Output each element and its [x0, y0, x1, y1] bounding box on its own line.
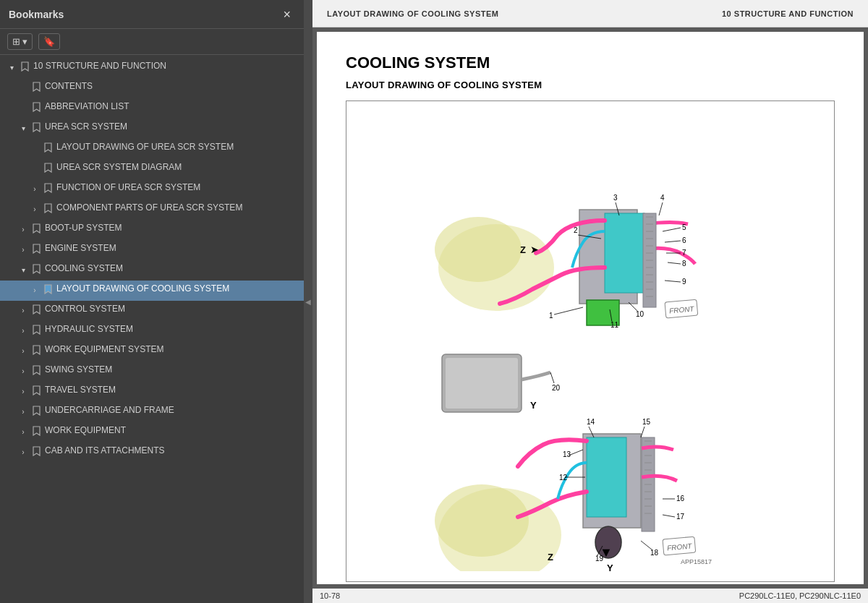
bookmark-label: BOOT-UP SYSTEM [45, 223, 299, 234]
bookmark-label: CONTROL SYSTEM [45, 304, 299, 315]
svg-text:4: 4 [660, 194, 665, 202]
svg-point-2 [435, 217, 522, 282]
bookmark-item-travel[interactable]: › TRAVEL SYSTEM [0, 382, 304, 402]
bookmark-icon [31, 426, 41, 437]
expand-icon[interactable] [29, 142, 41, 154]
svg-text:Z: Z [520, 244, 526, 255]
bookmark-icon [31, 244, 41, 255]
svg-text:2: 2 [574, 226, 578, 234]
bookmark-item-hydraulic[interactable]: › HYDRAULIC SYSTEM [0, 321, 304, 341]
expand-icon[interactable]: ▾ [17, 122, 29, 134]
model-number: PC290LC-11E0, PC290NLC-11E0 [739, 591, 861, 600]
bookmark-item-work-equip2[interactable]: › WORK EQUIPMENT [0, 422, 304, 442]
document-content[interactable]: COOLING SYSTEM LAYOUT DRAWING OF COOLING… [317, 32, 864, 584]
bookmark-item-contents[interactable]: CONTENTS [0, 78, 304, 98]
bookmark-icon [31, 365, 41, 377]
svg-rect-4 [605, 213, 644, 293]
bookmark-label: UREA SCR SYSTEM [45, 121, 299, 133]
expand-icon[interactable]: › [29, 284, 41, 296]
bookmark-item-engine[interactable]: › ENGINE SYSTEM [0, 240, 304, 260]
expand-icon[interactable] [17, 82, 29, 93]
cooling-system-diagram: Z ➤ FRONT 1 2 3 4 [354, 108, 827, 571]
svg-rect-46 [446, 358, 518, 409]
svg-text:14: 14 [587, 418, 595, 426]
svg-text:APP15817: APP15817 [681, 558, 712, 565]
bookmark-tree[interactable]: ▾ 10 STRUCTURE AND FUNCTION CONTENTS ABB… [0, 55, 304, 603]
expand-icon[interactable]: › [17, 426, 29, 437]
bookmark-item-cooling-layout[interactable]: › LAYOUT DRAWING OF COOLING SYSTEM [0, 281, 304, 301]
expand-icon[interactable]: › [17, 406, 29, 417]
svg-text:6: 6 [682, 236, 686, 244]
bookmark-item-root[interactable]: ▾ 10 STRUCTURE AND FUNCTION [0, 58, 304, 78]
bookmark-label: FUNCTION OF UREA SCR SYSTEM [56, 182, 299, 194]
expand-icon[interactable]: › [17, 304, 29, 316]
bookmark-icon [43, 142, 53, 154]
bookmark-item-urea-diagram[interactable]: UREA SCR SYSTEM DIAGRAM [0, 159, 304, 179]
bookmark-item-cab[interactable]: › CAB AND ITS ATTACHMENTS [0, 442, 304, 463]
bookmark-label: COMPONENT PARTS OF UREA SCR SYSTEM [56, 202, 299, 214]
bookmarks-panel: Bookmarks × ⊞ ▾ 🔖 ▾ 10 STRUCTURE AND FUN… [0, 0, 304, 603]
close-bookmarks-button[interactable]: × [278, 7, 295, 22]
expand-icon[interactable]: › [29, 203, 41, 215]
svg-text:5: 5 [682, 223, 686, 231]
expand-icon[interactable]: › [17, 365, 29, 377]
bookmark-item-urea-func[interactable]: › FUNCTION OF UREA SCR SYSTEM [0, 179, 304, 200]
bookmark-icon [31, 102, 41, 114]
svg-text:9: 9 [682, 278, 686, 286]
expand-icon[interactable]: › [17, 446, 29, 458]
bookmark-item-control[interactable]: › CONTROL SYSTEM [0, 301, 304, 321]
bookmark-icon [31, 406, 41, 417]
bookmarks-toolbar: ⊞ ▾ 🔖 [0, 29, 304, 55]
expand-icon[interactable]: › [17, 325, 29, 336]
expand-icon[interactable]: ▾ [17, 264, 29, 275]
expand-icon[interactable]: › [29, 183, 41, 194]
bookmark-icon [31, 304, 41, 316]
bookmark-icon [43, 203, 53, 215]
document-header-right: 10 STRUCTURE AND FUNCTION [722, 9, 854, 18]
grid-icon: ⊞ [12, 36, 20, 47]
expand-icon[interactable]: ▾ [6, 61, 17, 73]
svg-text:19: 19 [595, 555, 604, 563]
svg-text:8: 8 [682, 260, 686, 268]
bookmark-label: UREA SCR SYSTEM DIAGRAM [56, 162, 299, 174]
expand-icon[interactable] [17, 102, 29, 114]
bookmark-label: SWING SYSTEM [45, 364, 299, 376]
page-number: 10-78 [320, 591, 340, 600]
bookmark-item-work-equip[interactable]: › WORK EQUIPMENT SYSTEM [0, 341, 304, 362]
bookmark-item-abbrev[interactable]: ABBREVIATION LIST [0, 98, 304, 119]
document-panel: LAYOUT DRAWING OF COOLING SYSTEM 10 STRU… [312, 0, 868, 603]
bookmark-icon [43, 284, 53, 296]
bookmark-icon [31, 325, 41, 336]
expand-icon[interactable]: › [17, 244, 29, 255]
bookmark-label: TRAVEL SYSTEM [45, 385, 299, 396]
bookmark-button[interactable]: 🔖 [38, 33, 60, 50]
bookmark-item-urea-layout[interactable]: LAYOUT DRAWING OF UREA SCR SYSTEM [0, 139, 304, 159]
expand-icon[interactable]: › [17, 223, 29, 235]
expand-icon[interactable] [29, 163, 41, 174]
bookmark-item-urea-scr[interactable]: ▾ UREA SCR SYSTEM [0, 119, 304, 139]
bookmark-icon [31, 345, 41, 356]
svg-text:3: 3 [613, 194, 618, 202]
bookmarks-title: Bookmarks [9, 9, 64, 20]
svg-text:Y: Y [607, 563, 613, 571]
svg-text:13: 13 [563, 450, 571, 458]
resize-handle[interactable]: ◀ [304, 0, 312, 603]
bookmark-icon [31, 122, 41, 134]
view-options-button[interactable]: ⊞ ▾ [7, 33, 33, 50]
expand-icon[interactable]: › [17, 345, 29, 356]
svg-text:1: 1 [549, 312, 553, 320]
bookmark-icon [20, 61, 30, 73]
svg-text:20: 20 [552, 384, 561, 392]
bookmark-label: CONTENTS [45, 81, 299, 93]
bookmark-label: 10 STRUCTURE AND FUNCTION [33, 61, 299, 72]
bookmark-item-undercarriage[interactable]: › UNDERCARRIAGE AND FRAME [0, 402, 304, 422]
document-header-left: LAYOUT DRAWING OF COOLING SYSTEM [327, 9, 498, 18]
bookmark-label: COOLING SYSTEM [45, 263, 299, 275]
diagram-container: Z ➤ FRONT 1 2 3 4 [346, 100, 835, 582]
bookmark-item-bootup[interactable]: › BOOT-UP SYSTEM [0, 220, 304, 240]
bookmark-item-cooling[interactable]: ▾ COOLING SYSTEM [0, 260, 304, 281]
bookmark-item-swing[interactable]: › SWING SYSTEM [0, 362, 304, 382]
bookmark-item-urea-comp[interactable]: › COMPONENT PARTS OF UREA SCR SYSTEM [0, 200, 304, 220]
bookmark-icon: 🔖 [43, 36, 55, 47]
expand-icon[interactable]: › [17, 385, 29, 397]
